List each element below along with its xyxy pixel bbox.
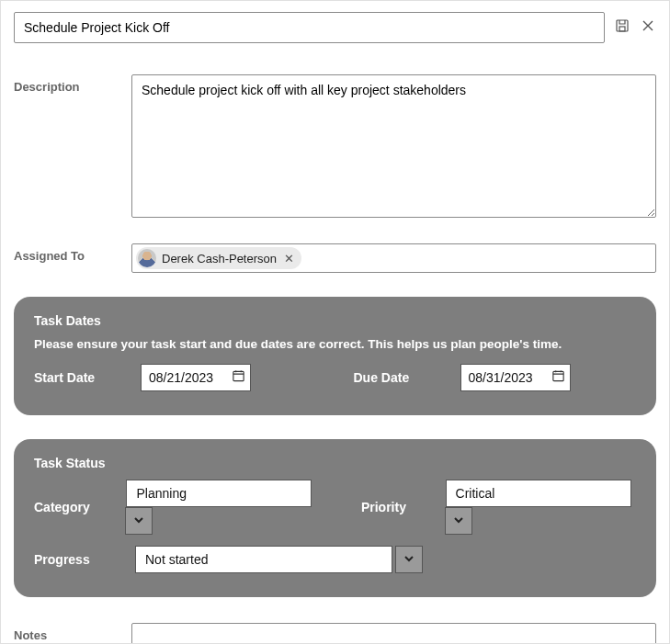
progress-dropdown-button[interactable] [395,546,423,573]
task-status-title: Task Status [34,456,636,470]
chevron-down-icon [453,513,464,529]
priority-input[interactable] [446,480,631,507]
progress-select [135,546,423,573]
assigned-to-row: Assigned To Derek Cash-Peterson ✕ [14,243,656,273]
task-status-section: Task Status Category Priority [14,439,656,597]
svg-rect-1 [619,27,625,31]
due-date-pair: Due Date [354,364,637,391]
task-dates-desc: Please ensure your task start and due da… [34,337,636,351]
description-input[interactable] [131,74,656,218]
title-row [14,12,656,43]
person-pill: Derek Cash-Peterson ✕ [136,247,301,269]
status-row-1: Category Priority [34,480,636,535]
category-dropdown-button[interactable] [125,507,153,535]
category-input[interactable] [126,480,312,507]
progress-label: Progress [34,552,108,567]
due-date-label: Due Date [354,370,438,385]
close-icon: ✕ [284,252,294,266]
chevron-down-icon [133,513,144,529]
close-icon [641,18,655,37]
task-dates-title: Task Dates [34,313,636,328]
remove-person-button[interactable]: ✕ [282,252,296,266]
assigned-to-label: Assigned To [14,243,131,263]
progress-input[interactable] [135,546,392,573]
assigned-to-input[interactable]: Derek Cash-Peterson ✕ [131,243,656,273]
start-date-pair: Start Date [34,364,317,391]
save-icon [615,18,630,37]
status-row-2: Progress [34,546,636,573]
dates-grid: Start Date Due Date [34,364,636,391]
due-date-input[interactable] [460,364,571,391]
notes-row: Notes [14,623,656,644]
person-name: Derek Cash-Peterson [162,252,277,266]
priority-select [446,480,636,535]
close-button[interactable] [640,19,656,36]
task-form: Description Assigned To Derek Cash-Peter… [0,0,670,644]
svg-rect-0 [617,20,628,31]
chevron-down-icon [403,551,414,568]
save-button[interactable] [614,19,630,36]
notes-label: Notes [14,623,131,642]
avatar [138,249,156,267]
start-date-label: Start Date [34,370,119,385]
notes-input[interactable] [131,623,656,644]
priority-label: Priority [361,500,418,514]
category-label: Category [34,500,98,514]
title-input[interactable] [14,12,605,43]
start-date-input[interactable] [141,364,251,391]
category-select [126,480,316,535]
description-row: Description [14,74,656,218]
description-label: Description [14,74,131,94]
task-dates-section: Task Dates Please ensure your task start… [14,297,656,415]
priority-dropdown-button[interactable] [445,507,472,535]
